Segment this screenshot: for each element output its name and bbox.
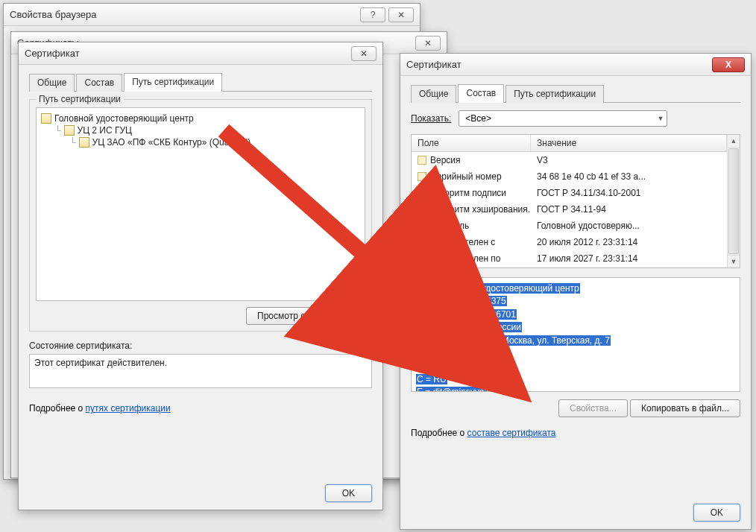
listview-row[interactable]: Алгоритм хэширования...ГОСТ Р 34.11-94 <box>412 201 727 218</box>
tab-cert-path[interactable]: Путь сертификации <box>124 73 222 92</box>
show-label: Показать: <box>411 113 451 124</box>
cert-icon <box>41 113 51 124</box>
row-value: 20 июля 2012 г. 23:31:14 <box>531 235 727 249</box>
detail-line: CN = Головной удостоверяющий центр <box>416 283 580 294</box>
listview-row[interactable]: ИздательГоловной удостоверяю... <box>412 218 727 234</box>
close-button[interactable]: ✕ <box>351 46 377 61</box>
row-field: Серийный номер <box>412 170 531 183</box>
tab-general[interactable]: Общие <box>29 74 75 92</box>
field-icon <box>418 254 426 263</box>
view-certificate-button[interactable]: Просмотр сертификата <box>246 307 365 325</box>
col-field[interactable]: Поле <box>412 135 531 151</box>
tab-details[interactable]: Состав <box>458 84 504 103</box>
scroll-thumb[interactable] <box>728 148 739 254</box>
tab-cert-path[interactable]: Путь сертификации <box>505 85 604 103</box>
close-button[interactable]: ✕ <box>388 7 414 22</box>
cert-path-tree[interactable]: Головной удостоверяющий центр └ УЦ 2 ИС … <box>36 107 365 301</box>
ok-button[interactable]: OK <box>325 484 372 502</box>
row-value: V3 <box>531 153 727 167</box>
field-icon <box>418 205 426 214</box>
scrollbar[interactable]: ▲ ▼ <box>727 135 740 267</box>
tab-general[interactable]: Общие <box>411 85 456 103</box>
fields-listview[interactable]: Поле Значение ВерсияV3Серийный номер34 6… <box>411 134 740 268</box>
field-detail-box[interactable]: CN = Головной удостоверяющий центрИНН = … <box>411 277 740 392</box>
close-button[interactable]: ✕ <box>415 36 441 51</box>
tree-node[interactable]: └ УЦ 2 ИС ГУЦ <box>41 124 360 136</box>
certificate-details-window: Сертификат X Общие Состав Путь сертифика… <box>400 53 752 530</box>
detail-line: O = Минкомсвязь России <box>416 322 522 332</box>
row-value: 34 68 1e 40 cb 41 ef 33 a... <box>531 170 727 183</box>
more-prefix: Подробнее о <box>411 428 467 438</box>
row-field: Алгоритм подписи <box>412 186 531 200</box>
detail-line: STREET = 125375 г. Москва, ул. Тверская,… <box>416 335 611 346</box>
ok-button[interactable]: OK <box>693 504 740 522</box>
tab-strip: Общие Состав Путь сертификации <box>411 83 740 103</box>
browser-props-title: Свойства браузера <box>10 9 357 20</box>
window-title: Сертификат <box>25 48 348 59</box>
tree-node-label: УЦ 2 ИС ГУЦ <box>78 125 132 136</box>
detail-line: C = RU <box>416 374 447 384</box>
field-icon <box>418 238 426 247</box>
show-filter-dropdown[interactable]: <Все> ▼ <box>459 110 667 127</box>
status-text: Этот сертификат действителен. <box>29 354 372 388</box>
cert-path-group: Путь сертификации Головной удостоверяющи… <box>29 99 372 332</box>
field-icon <box>418 172 426 181</box>
listview-row[interactable]: Действителен с20 июля 2012 г. 23:31:14 <box>412 234 727 250</box>
more-link[interactable]: составе сертификата <box>467 428 556 438</box>
tree-node-label: Головной удостоверяющий центр <box>54 113 194 124</box>
listview-header: Поле Значение <box>412 135 727 152</box>
detail-line: ИНН = 007710474375 <box>416 296 507 306</box>
certificate-path-window: Сертификат ✕ Общие Состав Путь сертифика… <box>18 42 383 510</box>
cert-icon <box>79 137 89 148</box>
help-button[interactable]: ? <box>360 7 385 22</box>
detail-line: ОГРН = 1047702026701 <box>416 309 517 320</box>
listview-row[interactable]: Действителен по17 июля 2027 г. 23:31:14 <box>412 250 727 267</box>
window-title: Сертификат <box>406 59 709 70</box>
row-field: Действителен по <box>412 252 531 265</box>
tree-node-label: УЦ ЗАО «ПФ «СКБ Контур» (Qualified) <box>92 137 251 148</box>
scroll-up-icon[interactable]: ▲ <box>728 135 740 148</box>
field-icon <box>418 156 426 165</box>
detail-line: E = dit@minsvyaz.ru <box>416 387 500 392</box>
cert-icon <box>64 125 75 136</box>
tree-node[interactable]: └ УЦ ЗАО «ПФ «СКБ Контур» (Qualified) <box>41 136 360 148</box>
status-label: Состояние сертификата: <box>29 341 372 351</box>
row-field: Версия <box>412 153 531 167</box>
detail-line: L = Москва <box>416 348 463 358</box>
row-value: Головной удостоверяю... <box>531 219 727 232</box>
chevron-down-icon: ▼ <box>651 115 664 122</box>
properties-button[interactable]: Свойства... <box>558 399 628 417</box>
listview-row[interactable]: ВерсияV3 <box>412 152 727 168</box>
detail-line: S = 77 г. Москва <box>416 361 484 371</box>
row-field: Алгоритм хэширования... <box>412 203 531 216</box>
row-field: Издатель <box>412 219 531 232</box>
scroll-down-icon[interactable]: ▼ <box>728 255 740 267</box>
listview-row[interactable]: СубъектГоловной удостоверяю... <box>412 267 727 267</box>
copy-to-file-button[interactable]: Копировать в файл... <box>630 399 740 417</box>
row-value: 17 июля 2027 г. 23:31:14 <box>531 252 727 265</box>
more-prefix: Подробнее о <box>29 403 86 414</box>
row-value: ГОСТ Р 34.11/34.10-2001 <box>531 186 727 200</box>
group-legend: Путь сертификации <box>36 94 124 104</box>
field-icon <box>418 189 426 197</box>
tree-node-root[interactable]: Головной удостоверяющий центр <box>41 113 360 124</box>
dropdown-value: <Все> <box>465 113 491 124</box>
more-link[interactable]: путях сертификации <box>86 403 171 414</box>
listview-row[interactable]: Серийный номер34 68 1e 40 cb 41 ef 33 a.… <box>412 168 727 185</box>
field-icon <box>418 221 426 230</box>
row-field: Действителен с <box>412 235 531 249</box>
col-value[interactable]: Значение <box>531 135 727 151</box>
listview-row[interactable]: Алгоритм подписиГОСТ Р 34.11/34.10-2001 <box>412 185 727 201</box>
tab-strip: Общие Состав Путь сертификации <box>29 72 372 92</box>
row-value: ГОСТ Р 34.11-94 <box>531 203 727 216</box>
tab-details[interactable]: Состав <box>76 74 122 92</box>
close-button[interactable]: X <box>712 57 745 72</box>
